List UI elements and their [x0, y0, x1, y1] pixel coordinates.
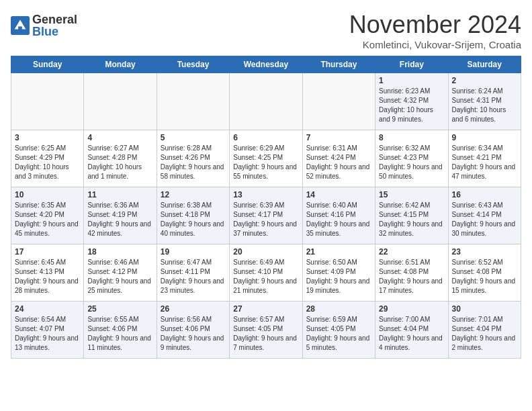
calendar-cell: 28Sunrise: 6:59 AM Sunset: 4:05 PM Dayli… [302, 302, 375, 359]
day-number: 26 [161, 304, 226, 314]
day-info: Sunrise: 7:00 AM Sunset: 4:04 PM Dayligh… [379, 315, 444, 353]
day-number: 2 [452, 76, 517, 85]
calendar-cell [84, 73, 157, 130]
day-info: Sunrise: 6:47 AM Sunset: 4:11 PM Dayligh… [161, 258, 226, 295]
day-info: Sunrise: 6:27 AM Sunset: 4:28 PM Dayligh… [87, 144, 152, 181]
logo: General Blue [11, 13, 77, 38]
calendar-cell [230, 73, 302, 130]
svg-rect-2 [18, 26, 22, 31]
day-number: 17 [15, 247, 80, 257]
weekday-header-monday: Monday [84, 56, 157, 73]
day-info: Sunrise: 6:32 AM Sunset: 4:23 PM Dayligh… [379, 144, 444, 181]
day-info: Sunrise: 6:38 AM Sunset: 4:18 PM Dayligh… [161, 201, 226, 238]
day-number: 28 [306, 304, 371, 314]
day-number: 7 [306, 133, 371, 142]
day-info: Sunrise: 6:39 AM Sunset: 4:17 PM Dayligh… [233, 201, 298, 238]
day-info: Sunrise: 6:36 AM Sunset: 4:19 PM Dayligh… [87, 201, 152, 238]
weekday-row: SundayMondayTuesdayWednesdayThursdayFrid… [11, 56, 521, 73]
calendar-cell: 11Sunrise: 6:36 AM Sunset: 4:19 PM Dayli… [84, 187, 157, 244]
calendar-cell: 4Sunrise: 6:27 AM Sunset: 4:28 PM Daylig… [84, 130, 157, 187]
day-number: 21 [306, 247, 371, 257]
day-info: Sunrise: 6:45 AM Sunset: 4:13 PM Dayligh… [15, 258, 80, 295]
calendar-cell: 19Sunrise: 6:47 AM Sunset: 4:11 PM Dayli… [157, 244, 229, 302]
location-subtitle: Komletinci, Vukovar-Srijem, Croatia [349, 39, 521, 50]
day-number: 13 [233, 190, 298, 199]
day-number: 16 [452, 190, 517, 199]
day-info: Sunrise: 6:55 AM Sunset: 4:06 PM Dayligh… [87, 315, 152, 353]
calendar-cell: 5Sunrise: 6:28 AM Sunset: 4:26 PM Daylig… [157, 130, 229, 187]
calendar-cell: 14Sunrise: 6:40 AM Sunset: 4:16 PM Dayli… [302, 187, 375, 244]
day-number: 9 [452, 133, 517, 142]
calendar-week-row: 24Sunrise: 6:54 AM Sunset: 4:07 PM Dayli… [11, 302, 521, 359]
calendar-cell: 18Sunrise: 6:46 AM Sunset: 4:12 PM Dayli… [84, 244, 157, 302]
title-block: November 2024 Komletinci, Vukovar-Srijem… [349, 11, 521, 50]
day-number: 27 [233, 304, 298, 314]
weekday-header-thursday: Thursday [302, 56, 375, 73]
calendar-cell: 3Sunrise: 6:25 AM Sunset: 4:29 PM Daylig… [11, 130, 84, 187]
day-number: 20 [233, 247, 298, 257]
calendar-cell [302, 73, 375, 130]
day-info: Sunrise: 6:46 AM Sunset: 4:12 PM Dayligh… [87, 258, 152, 295]
calendar-table: SundayMondayTuesdayWednesdayThursdayFrid… [11, 56, 521, 359]
calendar-week-row: 1Sunrise: 6:23 AM Sunset: 4:32 PM Daylig… [11, 73, 521, 130]
month-title: November 2024 [349, 11, 521, 39]
calendar-cell: 20Sunrise: 6:49 AM Sunset: 4:10 PM Dayli… [230, 244, 302, 302]
logo-general-text: General [32, 13, 77, 26]
weekday-header-tuesday: Tuesday [157, 56, 229, 73]
day-number: 18 [87, 247, 152, 257]
calendar-cell: 29Sunrise: 7:00 AM Sunset: 4:04 PM Dayli… [375, 302, 448, 359]
day-number: 24 [15, 304, 80, 314]
day-number: 23 [452, 247, 517, 257]
day-number: 12 [161, 190, 226, 199]
day-number: 1 [379, 76, 444, 85]
day-number: 6 [233, 133, 298, 142]
calendar-week-row: 3Sunrise: 6:25 AM Sunset: 4:29 PM Daylig… [11, 130, 521, 187]
day-info: Sunrise: 6:56 AM Sunset: 4:06 PM Dayligh… [161, 315, 226, 353]
calendar-header: SundayMondayTuesdayWednesdayThursdayFrid… [11, 56, 521, 73]
day-number: 22 [379, 247, 444, 257]
day-info: Sunrise: 6:50 AM Sunset: 4:09 PM Dayligh… [306, 258, 371, 295]
calendar-cell: 12Sunrise: 6:38 AM Sunset: 4:18 PM Dayli… [157, 187, 229, 244]
calendar-cell: 10Sunrise: 6:35 AM Sunset: 4:20 PM Dayli… [11, 187, 84, 244]
day-info: Sunrise: 6:40 AM Sunset: 4:16 PM Dayligh… [306, 201, 371, 238]
calendar-cell: 24Sunrise: 6:54 AM Sunset: 4:07 PM Dayli… [11, 302, 84, 359]
day-number: 15 [379, 190, 444, 199]
calendar-body: 1Sunrise: 6:23 AM Sunset: 4:32 PM Daylig… [11, 73, 521, 359]
calendar-cell: 13Sunrise: 6:39 AM Sunset: 4:17 PM Dayli… [230, 187, 302, 244]
day-info: Sunrise: 6:34 AM Sunset: 4:21 PM Dayligh… [452, 144, 517, 181]
calendar-cell: 17Sunrise: 6:45 AM Sunset: 4:13 PM Dayli… [11, 244, 84, 302]
weekday-header-wednesday: Wednesday [230, 56, 302, 73]
weekday-header-friday: Friday [375, 56, 448, 73]
calendar-week-row: 10Sunrise: 6:35 AM Sunset: 4:20 PM Dayli… [11, 187, 521, 244]
calendar-cell: 27Sunrise: 6:57 AM Sunset: 4:05 PM Dayli… [230, 302, 302, 359]
day-number: 29 [379, 304, 444, 314]
day-number: 14 [306, 190, 371, 199]
day-info: Sunrise: 6:59 AM Sunset: 4:05 PM Dayligh… [306, 315, 371, 353]
day-number: 25 [87, 304, 152, 314]
calendar-cell: 21Sunrise: 6:50 AM Sunset: 4:09 PM Dayli… [302, 244, 375, 302]
day-info: Sunrise: 6:52 AM Sunset: 4:08 PM Dayligh… [452, 258, 517, 295]
day-info: Sunrise: 6:29 AM Sunset: 4:25 PM Dayligh… [233, 144, 298, 181]
calendar-cell [157, 73, 229, 130]
day-number: 8 [379, 133, 444, 142]
day-info: Sunrise: 6:49 AM Sunset: 4:10 PM Dayligh… [233, 258, 298, 295]
calendar-cell: 8Sunrise: 6:32 AM Sunset: 4:23 PM Daylig… [375, 130, 448, 187]
calendar-cell: 23Sunrise: 6:52 AM Sunset: 4:08 PM Dayli… [448, 244, 521, 302]
day-number: 4 [87, 133, 152, 142]
day-info: Sunrise: 6:42 AM Sunset: 4:15 PM Dayligh… [379, 201, 444, 238]
calendar-cell [11, 73, 84, 130]
weekday-header-saturday: Saturday [448, 56, 521, 73]
day-info: Sunrise: 6:28 AM Sunset: 4:26 PM Dayligh… [161, 144, 226, 181]
weekday-header-sunday: Sunday [11, 56, 84, 73]
calendar-cell: 22Sunrise: 6:51 AM Sunset: 4:08 PM Dayli… [375, 244, 448, 302]
calendar-cell: 6Sunrise: 6:29 AM Sunset: 4:25 PM Daylig… [230, 130, 302, 187]
logo-icon [11, 16, 30, 35]
day-info: Sunrise: 6:54 AM Sunset: 4:07 PM Dayligh… [15, 315, 80, 353]
page-header: General Blue November 2024 Komletinci, V… [11, 11, 521, 50]
calendar-cell: 2Sunrise: 6:24 AM Sunset: 4:31 PM Daylig… [448, 73, 521, 130]
day-info: Sunrise: 6:23 AM Sunset: 4:32 PM Dayligh… [379, 87, 444, 124]
logo-text: General Blue [32, 13, 77, 38]
calendar-cell: 30Sunrise: 7:01 AM Sunset: 4:04 PM Dayli… [448, 302, 521, 359]
day-info: Sunrise: 6:35 AM Sunset: 4:20 PM Dayligh… [15, 201, 80, 238]
calendar-cell: 7Sunrise: 6:31 AM Sunset: 4:24 PM Daylig… [302, 130, 375, 187]
